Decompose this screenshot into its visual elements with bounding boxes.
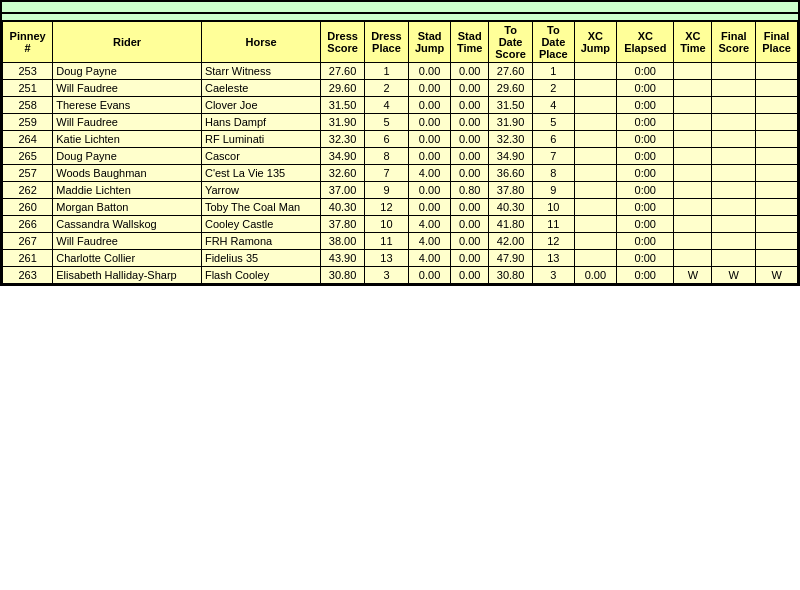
cell-xc-jump: [574, 165, 616, 182]
cell-stad-jump: 0.00: [408, 80, 450, 97]
cell-stad-time: 0.00: [451, 165, 489, 182]
cell-final-score: [712, 216, 756, 233]
cell-stad-jump: 0.00: [408, 97, 450, 114]
cell-to-date-score: 36.60: [489, 165, 533, 182]
cell-stad-time: 0.00: [451, 250, 489, 267]
cell-dress-score: 34.90: [321, 148, 365, 165]
cell-to-date-score: 42.00: [489, 233, 533, 250]
cell-stad-time: 0.00: [451, 267, 489, 284]
cell-pinney: 257: [3, 165, 53, 182]
cell-horse: Toby The Coal Man: [201, 199, 320, 216]
cell-horse: Starr Witness: [201, 63, 320, 80]
cell-horse: Cooley Castle: [201, 216, 320, 233]
col-xc-elapsed: XCElapsed: [617, 22, 674, 63]
cell-stad-jump: 0.00: [408, 182, 450, 199]
table-row: 263Elisabeth Halliday-SharpFlash Cooley3…: [3, 267, 798, 284]
cell-dress-score: 29.60: [321, 80, 365, 97]
cell-xc-elapsed: 0:00: [617, 148, 674, 165]
cell-to-date-score: 32.30: [489, 131, 533, 148]
cell-dress-place: 1: [365, 63, 409, 80]
table-row: 264Katie LichtenRF Luminati32.3060.000.0…: [3, 131, 798, 148]
cell-stad-jump: 0.00: [408, 114, 450, 131]
cell-final-score: [712, 199, 756, 216]
cell-horse: RF Luminati: [201, 131, 320, 148]
cell-final-place: [756, 165, 798, 182]
cell-xc-time: [674, 148, 712, 165]
cell-rider: Doug Payne: [53, 148, 202, 165]
cell-stad-time: 0.00: [451, 233, 489, 250]
cell-rider: Will Faudree: [53, 233, 202, 250]
cell-xc-jump: [574, 80, 616, 97]
col-to-date-place: ToDatePlace: [532, 22, 574, 63]
cell-xc-jump: [574, 182, 616, 199]
cell-final-score: [712, 182, 756, 199]
col-final-place: FinalPlace: [756, 22, 798, 63]
cell-to-date-score: 27.60: [489, 63, 533, 80]
cell-to-date-score: 29.60: [489, 80, 533, 97]
table-row: 251Will FaudreeCaeleste29.6020.000.0029.…: [3, 80, 798, 97]
cell-dress-score: 43.90: [321, 250, 365, 267]
col-pinney: Pinney#: [3, 22, 53, 63]
cell-rider: Doug Payne: [53, 63, 202, 80]
cell-to-date-place: 2: [532, 80, 574, 97]
cell-dress-score: 32.60: [321, 165, 365, 182]
cell-rider: Charlotte Collier: [53, 250, 202, 267]
cell-dress-score: 31.90: [321, 114, 365, 131]
optimum-time-bar: [2, 14, 798, 21]
cell-to-date-place: 8: [532, 165, 574, 182]
table-row: 262Maddie LichtenYarrow37.0090.000.8037.…: [3, 182, 798, 199]
cell-dress-place: 2: [365, 80, 409, 97]
cell-to-date-place: 13: [532, 250, 574, 267]
cell-dress-place: 13: [365, 250, 409, 267]
cell-to-date-place: 12: [532, 233, 574, 250]
cell-stad-jump: 0.00: [408, 267, 450, 284]
cell-dress-score: 40.30: [321, 199, 365, 216]
table-row: 257Woods BaughmanC'est La Vie 13532.6074…: [3, 165, 798, 182]
cell-dress-place: 10: [365, 216, 409, 233]
table-body: 253Doug PayneStarr Witness27.6010.000.00…: [3, 63, 798, 284]
cell-rider: Therese Evans: [53, 97, 202, 114]
cell-final-place: [756, 199, 798, 216]
col-final-score: FinalScore: [712, 22, 756, 63]
cell-final-place: W: [756, 267, 798, 284]
cell-stad-time: 0.00: [451, 80, 489, 97]
table-row: 265Doug PayneCascor34.9080.000.0034.9070…: [3, 148, 798, 165]
cell-dress-score: 37.80: [321, 216, 365, 233]
cell-pinney: 266: [3, 216, 53, 233]
cell-xc-jump: [574, 233, 616, 250]
cell-stad-time: 0.00: [451, 97, 489, 114]
cell-to-date-score: 37.80: [489, 182, 533, 199]
cell-final-score: [712, 148, 756, 165]
table-row: 259Will FaudreeHans Dampf31.9050.000.003…: [3, 114, 798, 131]
cell-final-score: [712, 63, 756, 80]
cell-pinney: 253: [3, 63, 53, 80]
cell-horse: Caeleste: [201, 80, 320, 97]
cell-pinney: 259: [3, 114, 53, 131]
cell-to-date-score: 31.90: [489, 114, 533, 131]
col-xc-time: XCTime: [674, 22, 712, 63]
cell-xc-elapsed: 0:00: [617, 250, 674, 267]
cell-stad-jump: 0.00: [408, 63, 450, 80]
cell-horse: Yarrow: [201, 182, 320, 199]
cell-xc-elapsed: 0:00: [617, 165, 674, 182]
cell-stad-jump: 4.00: [408, 216, 450, 233]
cell-rider: Will Faudree: [53, 114, 202, 131]
cell-to-date-place: 11: [532, 216, 574, 233]
col-stad-jump: StadJump: [408, 22, 450, 63]
cell-to-date-score: 34.90: [489, 148, 533, 165]
cell-to-date-place: 3: [532, 267, 574, 284]
cell-xc-elapsed: 0:00: [617, 216, 674, 233]
cell-horse: Fidelius 35: [201, 250, 320, 267]
cell-dress-place: 4: [365, 97, 409, 114]
page-wrapper: Pinney# Rider Horse DressScore DressPlac…: [0, 0, 800, 286]
cell-to-date-score: 41.80: [489, 216, 533, 233]
cell-rider: Will Faudree: [53, 80, 202, 97]
cell-xc-jump: [574, 114, 616, 131]
cell-final-score: [712, 114, 756, 131]
cell-xc-time: [674, 63, 712, 80]
cell-rider: Elisabeth Halliday-Sharp: [53, 267, 202, 284]
cell-xc-jump: [574, 97, 616, 114]
col-horse: Horse: [201, 22, 320, 63]
results-table: Pinney# Rider Horse DressScore DressPlac…: [2, 21, 798, 284]
cell-stad-time: 0.00: [451, 148, 489, 165]
